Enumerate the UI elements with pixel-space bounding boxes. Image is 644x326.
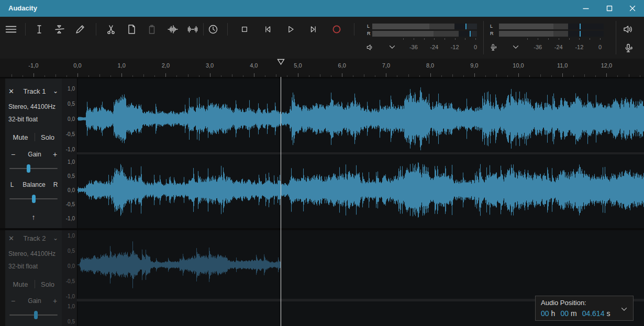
gain-slider[interactable] — [9, 314, 58, 316]
gain-plus-button[interactable]: + — [53, 297, 57, 305]
recording-volume-button[interactable] — [487, 41, 499, 53]
track-name[interactable]: Track 1 — [24, 87, 46, 95]
meter-scale-tick — [548, 38, 549, 40]
track-1-panel[interactable]: ✕ Track 1 ⌄ Stereo, 44100Hz 32-bit float… — [5, 78, 62, 228]
chevdown-icon — [511, 42, 520, 52]
mic-sm-icon — [489, 43, 498, 52]
envelope-icon — [54, 24, 65, 35]
gain-minus-button[interactable]: − — [11, 150, 15, 159]
playback-device-button[interactable] — [621, 22, 636, 37]
track-1: ✕ Track 1 ⌄ Stereo, 44100Hz 32-bit float… — [0, 78, 644, 228]
skip-to-start-button[interactable] — [260, 22, 275, 37]
meter-scale-label: -24 — [430, 44, 438, 50]
audio-position-minutes[interactable]: 00 — [560, 309, 569, 318]
maximize-button[interactable] — [597, 0, 621, 17]
balance-slider-thumb[interactable] — [32, 195, 36, 203]
selection-tool-button[interactable] — [32, 22, 47, 37]
solo-button[interactable]: Solo — [41, 133, 54, 141]
audio-position-seconds[interactable]: 04.614 — [582, 309, 605, 318]
trim-icon — [167, 24, 179, 35]
meter-scale-label: 0 — [598, 44, 602, 50]
cut-button[interactable] — [104, 22, 118, 37]
amplitude-label: 0,5 — [68, 319, 75, 324]
skipend-icon — [308, 24, 319, 35]
timeline-tick — [606, 73, 607, 77]
gain-minus-button[interactable]: − — [11, 297, 15, 305]
audio-position-label: Audio Position: — [541, 299, 586, 307]
trim-audio-button[interactable] — [165, 22, 180, 37]
track-1-waveform-right[interactable] — [77, 154, 644, 228]
track-close-icon[interactable]: ✕ — [8, 87, 14, 95]
track-1-waveform-left[interactable] — [77, 78, 644, 152]
gain-label: Gain — [28, 297, 41, 305]
envelope-tool-button[interactable] — [52, 22, 67, 37]
gain-slider[interactable] — [9, 168, 58, 169]
gain-slider-thumb[interactable] — [27, 164, 30, 173]
mute-button[interactable]: Mute — [13, 133, 28, 141]
play-button[interactable] — [283, 22, 298, 37]
maximize-icon — [606, 5, 613, 12]
draw-tool-button[interactable] — [73, 22, 87, 37]
copy-icon — [126, 24, 137, 35]
track-name[interactable]: Track 2 — [24, 234, 46, 242]
timeline-tick — [430, 73, 431, 77]
menu-button[interactable] — [4, 22, 18, 37]
amplitude-label: 0,5 — [68, 173, 75, 179]
track-2-vertical-ruler[interactable]: 1,00,50,0-0,5-1,01,00,50,0-0,5-1,0 — [62, 230, 77, 326]
silence-audio-button[interactable] — [185, 22, 200, 37]
skip-to-end-button[interactable] — [306, 22, 321, 37]
timeline-tick — [518, 73, 519, 77]
solo-button[interactable]: Solo — [41, 280, 54, 288]
skipstart-icon — [262, 24, 273, 35]
meter-scale-tick — [579, 38, 580, 40]
meter-scale-label: -36 — [409, 44, 418, 50]
chevdown-icon — [387, 42, 397, 52]
recording-meter-dropdown[interactable] — [509, 41, 522, 53]
track-2-waveform-left[interactable] — [77, 230, 644, 298]
timeline-tick — [210, 73, 210, 77]
track-menu-chevron-icon[interactable]: ⌄ — [53, 234, 58, 242]
audio-position-hours[interactable]: 00 — [541, 309, 549, 318]
audio-position-format-dropdown[interactable] — [618, 303, 630, 315]
mute-button[interactable]: Mute — [13, 280, 28, 288]
meter-scale-label: -36 — [534, 44, 542, 50]
minimize-button[interactable] — [574, 0, 597, 17]
recording-meter[interactable]: L R -36-24-120 — [487, 17, 610, 59]
meter-scale-label: -24 — [554, 44, 563, 50]
meter-scale-tick — [527, 38, 528, 40]
record-button[interactable] — [329, 22, 344, 37]
track-1-vertical-ruler[interactable]: 1,00,50,0-0,5-1,01,00,50,0-0,5-1,0 — [62, 78, 77, 228]
track-close-icon[interactable]: ✕ — [8, 234, 14, 242]
timeline-tick — [342, 73, 342, 77]
meter-scale-tick — [538, 38, 538, 40]
playback-volume-button[interactable] — [364, 41, 376, 53]
close-button[interactable] — [620, 0, 644, 17]
collapse-track-button[interactable]: ↑ — [32, 213, 36, 221]
recording-device-button[interactable] — [621, 41, 636, 55]
timeline-label: 7,0 — [382, 62, 390, 69]
meter-scale-tick — [455, 38, 456, 40]
track-2-panel[interactable]: ✕ Track 2 ⌄ Stereo, 44100Hz 32-bit float… — [5, 230, 62, 326]
timeline-ruler[interactable]: -1,00,01,02,03,04,05,06,07,08,09,010,011… — [0, 59, 644, 77]
playback-meter-bar-left — [372, 24, 477, 29]
meter-scale-label: -12 — [575, 44, 583, 50]
copy-button[interactable] — [124, 22, 139, 37]
gain-slider-thumb[interactable] — [34, 311, 38, 319]
amplitude-label: 1,0 — [68, 303, 75, 309]
playback-meter-dropdown[interactable] — [386, 41, 398, 53]
stop-button[interactable] — [237, 22, 252, 37]
timeline-label: 8,0 — [426, 62, 434, 69]
playback-meter-left-label: L — [367, 24, 370, 29]
timeline-label: 4,0 — [250, 62, 258, 69]
playhead-marker[interactable] — [277, 59, 285, 65]
paste-button[interactable] — [145, 22, 159, 37]
speaker-icon — [623, 24, 634, 35]
ibeam-icon — [34, 24, 45, 35]
timer-record-button[interactable] — [206, 22, 220, 37]
playback-meter-right-label: R — [367, 31, 371, 37]
playback-meter[interactable]: L R -36-24-120 — [365, 17, 483, 59]
gain-plus-button[interactable]: + — [53, 150, 57, 159]
stop-icon — [239, 24, 250, 35]
track-menu-chevron-icon[interactable]: ⌄ — [53, 87, 58, 95]
titlebar: Audacity — [0, 0, 644, 17]
